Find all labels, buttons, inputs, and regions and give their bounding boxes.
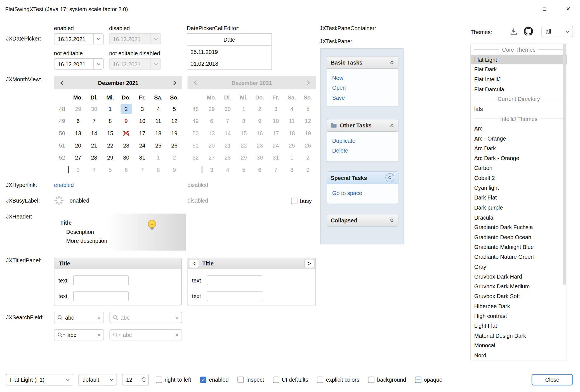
theme-list-item[interactable]: Gruvbox Dark Medium <box>471 281 567 291</box>
calendar-cell[interactable]: 24 <box>134 139 150 152</box>
calendar-cell[interactable]: 4 <box>86 164 102 176</box>
checkbox-item[interactable]: right-to-left <box>156 377 191 383</box>
titled-panel-text-field[interactable] <box>207 275 262 285</box>
maximize-button[interactable]: □ <box>533 0 557 18</box>
calendar-cell[interactable]: 10 <box>134 115 150 127</box>
calendar-cell[interactable]: 27 <box>70 151 86 164</box>
checkbox[interactable] <box>237 377 244 383</box>
search-field-enabled[interactable]: × <box>54 312 104 323</box>
checkbox[interactable] <box>415 377 421 383</box>
download-theme-icon[interactable] <box>510 27 518 37</box>
busy-checkbox-item[interactable]: busy <box>291 195 312 206</box>
chevron-up-double-icon[interactable] <box>390 123 394 128</box>
theme-list-item[interactable]: Gradianto Dark Fuchsia <box>471 222 567 232</box>
calendar-cell[interactable]: 1 <box>150 151 166 164</box>
checkbox[interactable] <box>317 377 323 383</box>
titled-panel-prev-button[interactable]: < <box>189 259 199 268</box>
calendar-cell[interactable]: 21 <box>86 139 102 152</box>
theme-list-item[interactable]: Flat Light <box>471 54 567 64</box>
calendar-cell[interactable]: 22 <box>102 139 118 152</box>
theme-list-item[interactable]: Gruvbox Dark Hard <box>471 272 567 281</box>
theme-list-item[interactable]: Arc - Orange <box>471 134 567 143</box>
calendar-cell[interactable]: 9 <box>118 115 134 127</box>
calendar-cell[interactable]: 6 <box>118 164 134 176</box>
task-link[interactable]: Duplicate <box>332 136 398 146</box>
chevron-down-double-icon[interactable] <box>390 218 394 223</box>
titled-panel-next-button[interactable]: > <box>305 259 315 268</box>
theme-filter-combo[interactable]: all <box>541 26 573 37</box>
checkbox[interactable] <box>273 377 279 383</box>
datepicker-value[interactable]: 16.12.2021 <box>54 61 93 67</box>
calendar-cell[interactable]: 7 <box>134 164 150 176</box>
search-field-menu-enabled[interactable]: × <box>54 329 104 341</box>
theme-list-item[interactable]: Monocai <box>471 341 567 350</box>
theme-list-item[interactable]: Dark purple <box>471 203 567 212</box>
next-month-button[interactable] <box>169 77 180 88</box>
checkbox[interactable] <box>200 377 206 383</box>
theme-list-item[interactable]: Arc <box>471 123 567 133</box>
calendar-cell[interactable]: 3 <box>134 103 150 115</box>
chevron-up-double-icon[interactable] <box>390 60 394 65</box>
table-row[interactable]: 01.02.2018 <box>187 58 272 69</box>
calendar-cell[interactable]: 30 <box>118 151 134 164</box>
github-icon[interactable] <box>524 27 533 37</box>
calendar-cell[interactable]: 50 <box>54 127 70 139</box>
taskpane-special-header[interactable]: Special Tasks <box>327 172 399 184</box>
calendar-cell[interactable]: 2 <box>166 151 182 164</box>
prev-month-button[interactable] <box>56 77 67 88</box>
clear-icon[interactable]: × <box>97 332 101 338</box>
laf-combo[interactable]: Flat Light (F1) <box>6 374 73 386</box>
theme-list-item[interactable]: Cyan light <box>471 183 567 193</box>
theme-list-item[interactable]: Flat Dark <box>471 65 567 74</box>
theme-list-item[interactable]: Dracula <box>471 212 567 222</box>
theme-list-item[interactable]: Flat IntelliJ <box>471 74 567 84</box>
calendar-cell[interactable]: 4 <box>150 103 166 115</box>
theme-list-item[interactable]: lafs <box>471 104 567 114</box>
theme-list-item[interactable]: Gray <box>471 262 567 272</box>
style-combo[interactable]: default <box>78 374 117 386</box>
calendar-cell[interactable]: 31 <box>134 151 150 164</box>
calendar-cell[interactable]: 23 <box>118 139 134 152</box>
datepicker-value[interactable]: 16.12.2021 <box>54 36 93 42</box>
titled-panel-text-field[interactable] <box>73 275 129 285</box>
calendar-cell[interactable]: 28 <box>86 151 102 164</box>
calendar-cell[interactable]: 16 <box>118 127 134 139</box>
calendar-cell[interactable]: 9 <box>166 164 182 176</box>
scrollbar-thumb[interactable] <box>563 44 566 285</box>
checkbox-item[interactable]: explicit colors <box>317 377 359 383</box>
calendar-cell[interactable]: 6 <box>70 115 86 127</box>
taskpane-basic-header[interactable]: Basic Tasks <box>327 56 399 69</box>
checkbox-item[interactable]: opaque <box>415 377 442 383</box>
calendar-cell[interactable]: 48 <box>54 103 70 115</box>
datepicker-dropdown-button[interactable] <box>93 59 103 69</box>
task-link[interactable]: New <box>332 73 398 83</box>
checkbox-item[interactable]: background <box>368 377 406 383</box>
calendar-cell[interactable]: 5 <box>166 103 182 115</box>
checkbox[interactable] <box>368 377 374 383</box>
theme-list-item[interactable]: Light Flat <box>471 321 567 331</box>
scrollbar[interactable] <box>563 44 566 360</box>
theme-list-item[interactable]: Gradianto Nature Green <box>471 252 567 262</box>
calendar-cell[interactable]: 14 <box>86 127 102 139</box>
close-window-button[interactable]: × <box>556 0 580 18</box>
checkbox-item[interactable]: inspect <box>237 377 264 383</box>
datepicker-noteditable[interactable]: 16.12.2021 <box>54 58 103 70</box>
calendar-cell[interactable]: 1 <box>102 103 118 115</box>
calendar-cell[interactable]: 13 <box>70 127 86 139</box>
search-input[interactable] <box>67 332 95 338</box>
calendar-cell[interactable]: 19 <box>166 127 182 139</box>
titled-panel-text-field[interactable] <box>207 291 262 301</box>
calendar-cell[interactable]: 7 <box>86 115 102 127</box>
search-menu-icon[interactable] <box>57 332 65 338</box>
font-size-spinner[interactable]: 12 <box>122 374 148 386</box>
calendar-cell[interactable]: 52 <box>54 151 70 164</box>
theme-list-item[interactable]: Arc Dark <box>471 143 567 153</box>
theme-list-item[interactable]: Nord <box>471 350 567 360</box>
calendar-cell[interactable]: 51 <box>54 139 70 152</box>
task-link[interactable]: Delete <box>332 146 398 156</box>
table-row[interactable]: 25.11.2019 <box>187 46 272 58</box>
calendar-cell[interactable]: 30 <box>86 103 102 115</box>
theme-list-item[interactable]: Flat Darcula <box>471 84 567 94</box>
calendar-cell[interactable]: 15 <box>102 127 118 139</box>
calendar-cell[interactable]: 29 <box>70 103 86 115</box>
